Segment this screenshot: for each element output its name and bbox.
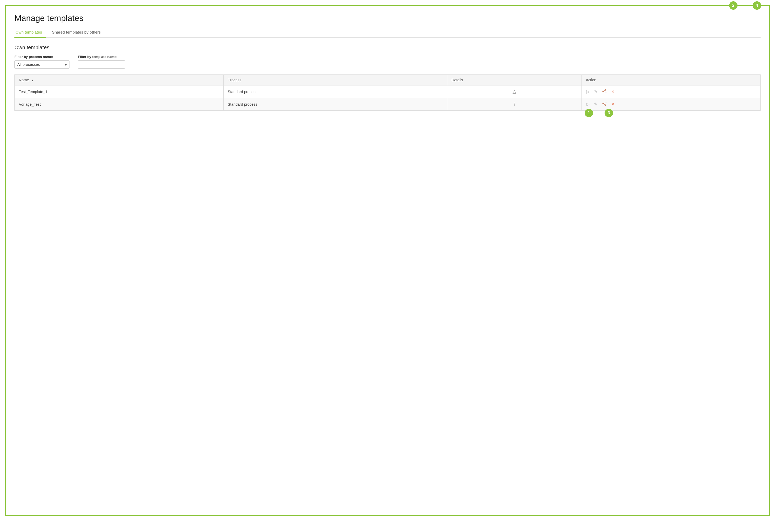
delete-button-2[interactable]: ✕ — [611, 101, 615, 107]
template-filter-input[interactable] — [78, 60, 125, 69]
process-filter-group: Filter by process name: All processes ▾ — [14, 55, 69, 69]
table-header-row: Name ▲ Process Details Action 2 4 — [15, 75, 761, 85]
svg-line-3 — [604, 90, 605, 91]
svg-line-8 — [604, 102, 605, 103]
template-filter-label: Filter by template name: — [78, 55, 125, 59]
cell-details-1: △ — [447, 85, 582, 98]
templates-table: Name ▲ Process Details Action 2 4 T — [14, 74, 761, 111]
svg-point-2 — [603, 91, 604, 92]
col-header-details: Details — [447, 75, 582, 85]
process-filter-select[interactable]: All processes — [14, 60, 69, 69]
cell-name-1: Test_Template_1 — [15, 85, 224, 98]
badge-1: 1 — [585, 109, 593, 117]
template-filter-group: Filter by template name: — [78, 55, 125, 69]
play-button-1[interactable]: ▷ — [586, 89, 590, 95]
info-icon: i — [514, 101, 515, 107]
badge-2: 2 — [729, 1, 738, 10]
action-icons-1: ▷ ✎ ✕ — [586, 89, 756, 95]
badge-3: 3 — [605, 109, 613, 117]
cell-details-2: i — [447, 98, 582, 111]
col-header-name: Name ▲ — [15, 75, 224, 85]
tab-own-templates[interactable]: Own templates — [14, 28, 46, 38]
tab-bar: Own templates Shared templates by others — [14, 28, 761, 38]
cell-action-2: ▷ ✎ ✕ — [582, 98, 761, 111]
page-title: Manage templates — [14, 13, 761, 23]
table-row: Vorlage_Test Standard process i ▷ ✎ — [15, 98, 761, 111]
warning-icon: △ — [513, 89, 516, 94]
delete-button-1[interactable]: ✕ — [611, 89, 615, 95]
tab-shared-templates[interactable]: Shared templates by others — [51, 28, 105, 38]
page-container: Manage templates Own templates Shared te… — [5, 5, 770, 516]
cell-name-2: Vorlage_Test — [15, 98, 224, 111]
svg-point-6 — [605, 105, 606, 106]
svg-point-5 — [605, 102, 606, 103]
svg-point-1 — [605, 92, 606, 93]
badge-4: 4 — [753, 1, 761, 10]
process-filter-label: Filter by process name: — [14, 55, 69, 59]
section-title: Own templates — [14, 45, 761, 51]
svg-line-9 — [604, 104, 605, 105]
edit-button-2[interactable]: ✎ — [594, 101, 598, 107]
cell-process-2: Standard process — [223, 98, 447, 111]
svg-line-4 — [604, 91, 605, 92]
share-button-2[interactable] — [602, 101, 607, 107]
share-button-1[interactable] — [602, 89, 607, 95]
col-header-action: Action 2 4 — [582, 75, 761, 85]
table-row: Test_Template_1 Standard process △ ▷ ✎ — [15, 85, 761, 98]
svg-point-7 — [603, 103, 604, 104]
col-header-process: Process — [223, 75, 447, 85]
filters-row: Filter by process name: All processes ▾ … — [14, 55, 761, 69]
play-button-2[interactable]: ▷ — [586, 101, 590, 107]
cell-process-1: Standard process — [223, 85, 447, 98]
edit-button-1[interactable]: ✎ — [594, 89, 598, 95]
process-select-wrapper: All processes ▾ — [14, 60, 69, 69]
table-wrapper: Name ▲ Process Details Action 2 4 T — [14, 74, 761, 111]
cell-action-1: ▷ ✎ ✕ — [582, 85, 761, 98]
sort-asc-icon: ▲ — [31, 79, 34, 82]
svg-point-0 — [605, 89, 606, 90]
action-icons-2: ▷ ✎ ✕ — [586, 101, 756, 107]
